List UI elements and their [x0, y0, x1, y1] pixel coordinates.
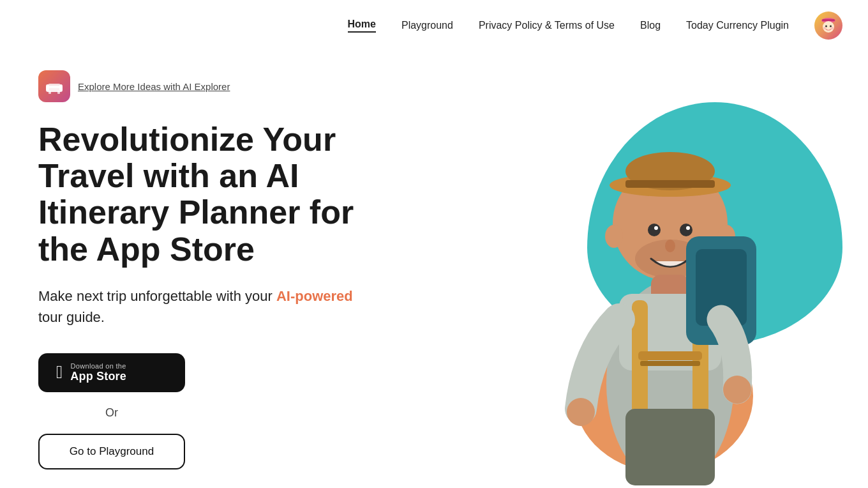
subheadline-highlight: AI-powered	[276, 288, 353, 304]
svg-point-20	[680, 224, 692, 236]
svg-point-2	[823, 21, 834, 33]
nav-avatar[interactable]	[814, 11, 842, 40]
nav-link-playground[interactable]: Playground	[401, 20, 453, 31]
hero-left: Explore More Ideas with AI Explorer Revo…	[38, 64, 474, 469]
svg-point-3	[825, 26, 827, 27]
svg-rect-12	[57, 91, 60, 94]
main-nav: Home Playground Privacy Policy & Terms o…	[0, 0, 868, 51]
svg-rect-10	[59, 84, 63, 91]
subheadline-prefix: Make next trip unforgettable with your	[38, 288, 276, 304]
or-divider: Or	[38, 406, 185, 420]
hero-person-image	[523, 77, 817, 488]
svg-point-6	[831, 27, 834, 29]
hero-subheadline: Make next trip unforgettable with your A…	[38, 286, 357, 328]
hero-right	[474, 64, 830, 488]
svg-point-34	[723, 376, 751, 404]
svg-point-21	[654, 226, 658, 230]
nav-link-blog[interactable]: Blog	[640, 20, 661, 31]
appstore-button[interactable]:  Download on the App Store	[38, 353, 185, 392]
svg-point-24	[605, 225, 623, 248]
appstore-small-text: Download on the	[70, 362, 126, 370]
svg-rect-1	[822, 19, 835, 21]
hero-headline: Revolutionize Your Travel with an AI Iti…	[38, 121, 408, 268]
ai-badge-label: Explore More Ideas with AI Explorer	[78, 81, 230, 92]
svg-point-23	[665, 240, 675, 252]
svg-point-35	[567, 398, 595, 426]
svg-rect-8	[48, 84, 61, 88]
apple-icon: 	[56, 363, 63, 381]
hero-section: Explore More Ideas with AI Explorer Revo…	[0, 51, 868, 488]
svg-rect-11	[49, 91, 51, 94]
appstore-large-text: App Store	[70, 370, 126, 383]
svg-rect-36	[625, 409, 715, 485]
svg-rect-17	[625, 180, 715, 188]
svg-rect-33	[640, 361, 700, 366]
playground-button[interactable]: Go to Playground	[38, 434, 185, 469]
svg-point-5	[823, 27, 826, 29]
subheadline-suffix: tour guide.	[38, 309, 105, 325]
ai-explorer-badge[interactable]: Explore More Ideas with AI Explorer	[38, 70, 474, 102]
ai-badge-icon	[38, 70, 70, 102]
svg-point-4	[830, 26, 832, 27]
svg-rect-9	[46, 84, 49, 91]
svg-rect-32	[638, 351, 702, 360]
nav-link-privacy[interactable]: Privacy Policy & Terms of Use	[479, 20, 615, 31]
svg-point-19	[648, 224, 661, 236]
nav-link-currency[interactable]: Today Currency Plugin	[686, 20, 789, 31]
nav-link-home[interactable]: Home	[348, 19, 376, 33]
svg-point-22	[686, 226, 690, 230]
